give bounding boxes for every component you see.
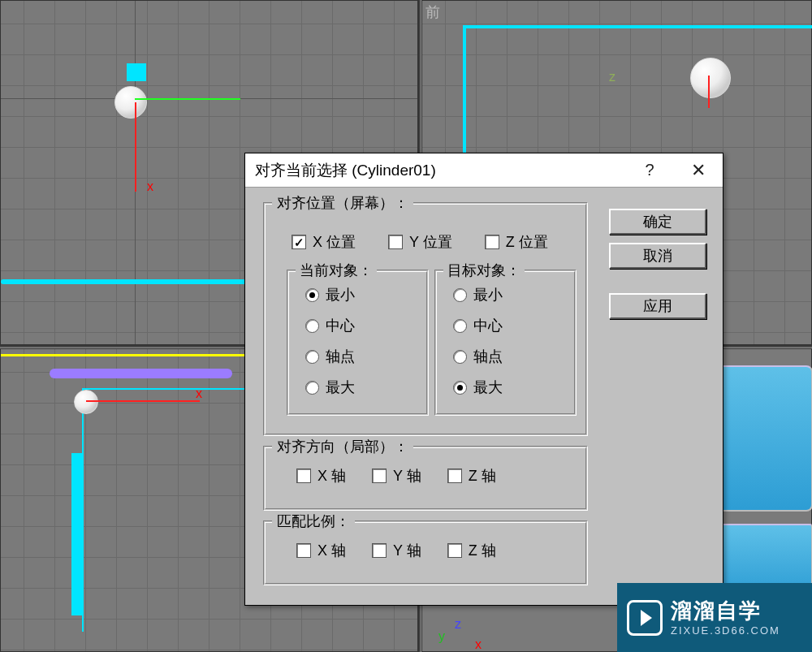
- watermark: 溜溜自学 ZIXUE.3D66.COM: [617, 583, 812, 652]
- check-icon: [296, 468, 311, 483]
- play-icon: [627, 600, 663, 636]
- radio-icon: [305, 319, 319, 333]
- checkbox-label: Z 位置: [506, 232, 548, 252]
- radio-icon: [453, 381, 467, 395]
- check-icon: [447, 543, 462, 558]
- button-label: 取消: [643, 246, 672, 266]
- group-align-orientation: 对齐方向（局部）： X 轴 Y 轴 Z 轴: [263, 446, 588, 511]
- radio-label-text: 轴点: [473, 347, 503, 366]
- close-button[interactable]: ✕: [674, 153, 723, 188]
- checkbox-label: Z 轴: [469, 541, 496, 560]
- radio-icon: [453, 350, 467, 364]
- checkbox-label: X 轴: [317, 541, 346, 560]
- group-title: 对齐位置（屏幕）：: [272, 193, 413, 213]
- group-title: 目标对象：: [443, 261, 525, 280]
- checkbox-scale-y[interactable]: Y 轴: [372, 541, 421, 560]
- checkbox-y-position[interactable]: Y 位置: [388, 232, 452, 252]
- radio-icon: [453, 319, 467, 333]
- group-title: 匹配比例：: [272, 512, 355, 531]
- align-dialog: 对齐当前选择 (Cylinder01) ? ✕ 对齐位置（屏幕）： ✓ X 位置…: [244, 153, 723, 606]
- radio-current-center[interactable]: 中心: [305, 316, 355, 335]
- checkbox-scale-z[interactable]: Z 轴: [447, 541, 496, 560]
- radio-current-pivot[interactable]: 轴点: [305, 347, 355, 366]
- radio-label-text: 最小: [326, 285, 355, 304]
- radio-icon: [305, 350, 319, 364]
- cancel-button[interactable]: 取消: [609, 243, 706, 269]
- checkbox-label: Y 位置: [409, 232, 452, 252]
- axis-z-label: z: [455, 617, 461, 632]
- check-icon: [372, 468, 387, 483]
- axis-x-label: x: [475, 637, 482, 652]
- radio-icon: [453, 288, 467, 302]
- axis-y-label: y: [438, 629, 445, 644]
- radio-label-text: 轴点: [326, 347, 355, 366]
- group-target-object: 目标对象： 最小 中心 轴点: [434, 270, 577, 416]
- group-title: 对齐方向（局部）：: [272, 437, 413, 456]
- check-icon: ✓: [292, 235, 306, 249]
- checkbox-x-position[interactable]: ✓ X 位置: [292, 232, 356, 252]
- check-icon: [485, 235, 499, 249]
- radio-target-max[interactable]: 最大: [453, 378, 503, 397]
- radio-label-text: 最大: [326, 378, 355, 397]
- sphere-object: [74, 390, 98, 414]
- radio-label-text: 最小: [473, 285, 503, 304]
- radio-icon: [305, 288, 319, 302]
- button-label: 应用: [643, 296, 672, 316]
- ok-button[interactable]: 确定: [609, 209, 706, 235]
- group-current-object: 当前对象： 最小 中心 轴点: [287, 270, 429, 416]
- check-icon: [447, 468, 462, 483]
- axis-x-label: x: [196, 386, 202, 401]
- dialog-titlebar[interactable]: 对齐当前选择 (Cylinder01) ? ✕: [245, 153, 723, 188]
- check-icon: [372, 543, 387, 558]
- button-label: 确定: [643, 212, 672, 231]
- sphere-object: [114, 86, 147, 119]
- radio-label-text: 中心: [473, 316, 503, 335]
- checkbox-orient-z[interactable]: Z 轴: [447, 466, 496, 486]
- group-title: 当前对象：: [296, 261, 377, 280]
- radio-label-text: 最大: [473, 378, 503, 397]
- axis-z-label: z: [609, 70, 615, 84]
- checkbox-label: X 位置: [313, 232, 356, 252]
- radio-label-text: 中心: [326, 316, 355, 335]
- radio-target-pivot[interactable]: 轴点: [453, 347, 503, 366]
- checkbox-orient-x[interactable]: X 轴: [296, 466, 346, 486]
- group-align-position: 对齐位置（屏幕）： ✓ X 位置 Y 位置 Z 位置 当前对象：: [263, 202, 588, 436]
- check-icon: [388, 235, 403, 249]
- radio-current-max[interactable]: 最大: [305, 378, 355, 397]
- sphere-object: [690, 58, 731, 98]
- radio-icon: [305, 381, 319, 395]
- checkbox-label: Y 轴: [393, 541, 421, 560]
- radio-target-min[interactable]: 最小: [453, 285, 503, 304]
- radio-current-min[interactable]: 最小: [305, 285, 355, 304]
- checkbox-z-position[interactable]: Z 位置: [485, 232, 548, 252]
- watermark-url: ZIXUE.3D66.COM: [671, 624, 780, 637]
- apply-button[interactable]: 应用: [609, 293, 706, 319]
- checkbox-orient-y[interactable]: Y 轴: [372, 466, 421, 486]
- help-button[interactable]: ?: [625, 153, 674, 188]
- checkbox-label: X 轴: [317, 466, 346, 486]
- checkbox-label: Y 轴: [393, 466, 421, 486]
- check-icon: [296, 543, 311, 558]
- viewport-label: 前: [425, 2, 440, 22]
- checkbox-label: Z 轴: [469, 466, 496, 486]
- dialog-title: 对齐当前选择 (Cylinder01): [255, 160, 436, 181]
- group-match-scale: 匹配比例： X 轴 Y 轴 Z 轴: [263, 520, 588, 585]
- radio-target-center[interactable]: 中心: [453, 316, 503, 335]
- watermark-title: 溜溜自学: [671, 598, 780, 624]
- checkbox-scale-x[interactable]: X 轴: [296, 541, 346, 560]
